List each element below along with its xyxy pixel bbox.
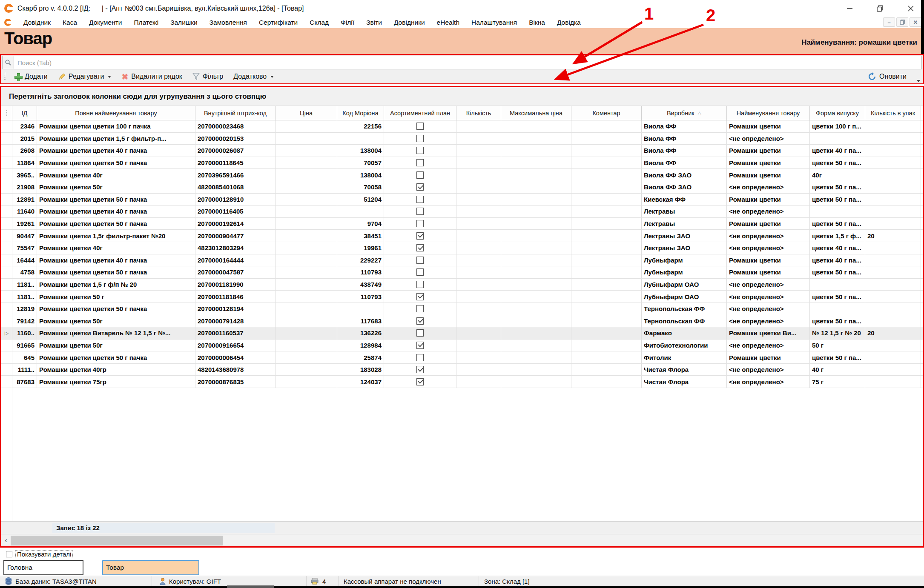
table-row[interactable]: 16444Ромашки цветки цветки 40 г пачка207… (1, 254, 923, 267)
row-indicator-cell (1, 266, 12, 278)
horizontal-scrollbar[interactable]: ‹ (1, 534, 923, 546)
column-header-max_price[interactable]: Максимальна ціна (501, 106, 571, 120)
checkbox-unchecked-icon[interactable] (416, 305, 424, 312)
checkbox-unchecked-icon[interactable] (416, 329, 424, 337)
group-by-hint[interactable]: Перетягніть заголовок колонки сюди для у… (1, 87, 923, 106)
table-row[interactable]: 1181..Ромашки цветки 50 г207000118184611… (1, 291, 923, 303)
menu-item-Вікна[interactable]: Вікна (523, 18, 551, 27)
menu-item-Документи[interactable]: Документи (83, 18, 128, 27)
checkbox-checked-icon[interactable] (416, 342, 424, 349)
column-header-morion[interactable]: Код Моріона (337, 106, 384, 120)
mdi-minimize-icon[interactable]: – (883, 17, 895, 27)
table-row[interactable]: 3965..Ромашки цветки 40г2070396591466138… (1, 169, 923, 181)
search-input[interactable] (14, 56, 921, 69)
checkbox-checked-icon[interactable] (416, 244, 424, 251)
mdi-restore-icon[interactable] (896, 17, 908, 27)
checkbox-unchecked-icon[interactable] (416, 268, 424, 276)
column-header-pack[interactable]: Кількість в упак (865, 106, 921, 120)
table-row[interactable]: 2346Ромашки цветки цветки 100 г пачка207… (1, 120, 923, 133)
tab-tovar[interactable]: Товар (102, 560, 199, 575)
checkbox-unchecked-icon[interactable] (416, 208, 424, 215)
menu-item-Філії[interactable]: Філії (335, 18, 360, 27)
column-header-product_name[interactable]: Найменування товару (727, 106, 810, 120)
refresh-button[interactable]: Оновити (863, 71, 912, 82)
menu-item-Замовлення[interactable]: Замовлення (204, 18, 253, 27)
checkbox-checked-icon[interactable] (416, 378, 424, 385)
checkbox-unchecked-icon[interactable] (416, 147, 424, 154)
menu-item-eHealth[interactable]: eHealth (431, 18, 465, 27)
checkbox-checked-icon[interactable] (416, 183, 424, 191)
table-row[interactable]: 87683Ромашки цветки 75гр2070000876835124… (1, 376, 923, 388)
column-header-plan[interactable]: Асортиментний план (384, 106, 456, 120)
cell-qty (456, 315, 501, 327)
cell-barcode: 2070000047587 (195, 266, 275, 278)
scroll-left-icon[interactable]: ‹ (1, 534, 11, 546)
filter-button[interactable]: Фільтр (187, 71, 228, 82)
tab-home[interactable]: Головна (3, 560, 83, 575)
close-icon[interactable] (905, 3, 916, 14)
table-row[interactable]: 645Ромашки цветки цветки 50 г пачка20700… (1, 351, 923, 364)
checkbox-unchecked-icon[interactable] (416, 171, 424, 179)
show-details-label[interactable]: Показувати деталі (15, 550, 73, 558)
table-row[interactable]: 91665Ромашки цветки 50г20700009166541289… (1, 340, 923, 352)
table-row[interactable]: 1111..Ромашки цветки 40гр482014368097818… (1, 364, 923, 376)
checkbox-checked-icon[interactable] (416, 293, 424, 300)
menu-item-Сертифікати[interactable]: Сертифікати (253, 18, 304, 27)
delete-row-button[interactable]: ✖ Видалити рядок (116, 71, 187, 82)
menu-item-Залишки[interactable]: Залишки (164, 18, 204, 27)
menu-item-Платежі[interactable]: Платежі (128, 18, 164, 27)
checkbox-unchecked-icon[interactable] (416, 220, 424, 227)
table-row[interactable]: 2015Ромашки цветки цветки 1,5 г фильтр-п… (1, 133, 923, 145)
menu-item-Звіти[interactable]: Звіти (360, 18, 388, 27)
column-header-barcode[interactable]: Внутрішній штрих-код (195, 106, 275, 120)
table-row[interactable]: 21908Ромашки цветки 50г48200854010687005… (1, 181, 923, 194)
checkbox-unchecked-icon[interactable] (416, 354, 424, 361)
restore-icon[interactable] (875, 3, 886, 14)
column-header-price[interactable]: Ціна (275, 106, 337, 120)
more-button[interactable]: Додатково (228, 71, 279, 82)
search-icon[interactable] (3, 56, 14, 69)
table-row[interactable]: 12819Ромашки цветки цветки 50 г пачка207… (1, 303, 923, 315)
table-row[interactable]: 12891Ромашки цветки цветки 50 г пачка207… (1, 194, 923, 206)
minimize-icon[interactable] (844, 3, 855, 14)
checkbox-checked-icon[interactable] (416, 317, 424, 325)
checkbox-unchecked-icon[interactable] (416, 281, 424, 288)
table-row[interactable]: 79142Ромашки цветки 50г20700007914281176… (1, 315, 923, 328)
menu-item-Довідники[interactable]: Довідники (388, 18, 431, 27)
table-row[interactable]: 1181..Ромашки цветки 1,5 г ф/п № 2020700… (1, 279, 923, 291)
mdi-close-icon[interactable]: ✕ (910, 17, 921, 27)
table-row[interactable]: 11864Ромашки цветки цветки 50 г пачка207… (1, 157, 923, 169)
column-header-qty[interactable]: Кількість (456, 106, 501, 120)
checkbox-checked-icon[interactable] (416, 366, 424, 373)
toolbar-overflow-icon[interactable] (916, 80, 920, 82)
cell-morion: 9704 (337, 218, 384, 230)
table-row[interactable]: 4758Ромашки цветки цветки 50 г пачка2070… (1, 266, 923, 279)
column-header-manufacturer[interactable]: Виробник△ (642, 106, 727, 120)
table-row[interactable]: 19261Ромашки цветки цветки 50 г пачка207… (1, 218, 923, 230)
table-row[interactable]: 11640Ромашки цветки цветки 40 г пачка207… (1, 206, 923, 218)
menu-item-Каса[interactable]: Каса (57, 18, 83, 27)
checkbox-unchecked-icon[interactable] (416, 257, 424, 264)
column-header-id[interactable]: ІД (12, 106, 37, 120)
column-header-full_name[interactable]: Повне найменування товару (37, 106, 195, 120)
menu-item-Налаштування[interactable]: Налаштування (465, 18, 523, 27)
toolbar-grip[interactable] (4, 72, 6, 81)
checkbox-unchecked-icon[interactable] (416, 135, 424, 142)
column-header-form[interactable]: Форма випуску (810, 106, 865, 120)
menu-item-Склад[interactable]: Склад (304, 18, 335, 27)
table-row[interactable]: 2608Ромашки цветки цветки 40 г пачка2070… (1, 145, 923, 157)
scrollbar-thumb[interactable] (11, 536, 223, 545)
table-row[interactable]: ▷1160..Ромашки цветки Витарель № 12 1,5 … (1, 327, 923, 340)
table-row[interactable]: 75547Ромашки цветки 40г48230128032941996… (1, 242, 923, 254)
add-button[interactable]: Додати (9, 71, 53, 82)
menu-item-Довідник[interactable]: Довідник (17, 18, 57, 27)
menu-item-Довідка[interactable]: Довідка (551, 18, 587, 27)
table-row[interactable]: 90447Ромашки цветки 1,5г фильтр-пакет №2… (1, 230, 923, 242)
checkbox-unchecked-icon[interactable] (416, 123, 424, 130)
edit-button[interactable]: Редагувати (53, 71, 117, 82)
checkbox-unchecked-icon[interactable] (416, 196, 424, 203)
checkbox-unchecked-icon[interactable] (416, 159, 424, 166)
column-header-comment[interactable]: Коментар (571, 106, 642, 120)
show-details-checkbox[interactable] (6, 551, 12, 557)
checkbox-checked-icon[interactable] (416, 232, 424, 240)
